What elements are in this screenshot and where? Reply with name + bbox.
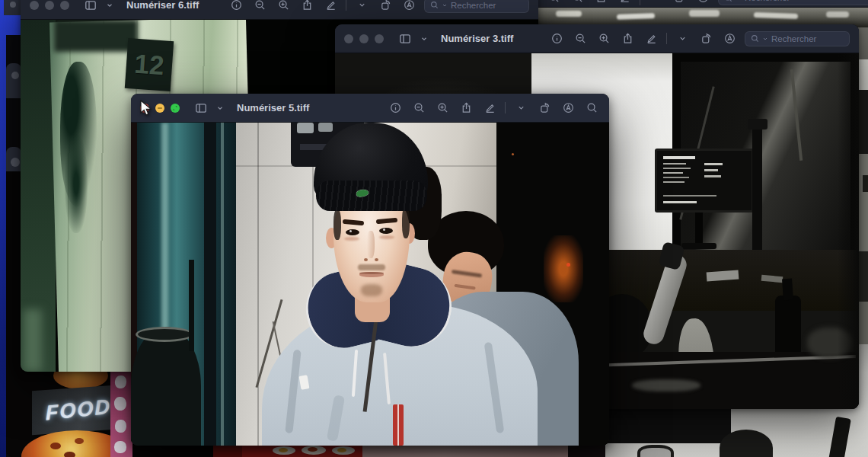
- search-field[interactable]: Rechercher: [718, 0, 868, 5]
- share-icon[interactable]: [592, 0, 609, 5]
- zoom-in-icon[interactable]: [275, 0, 292, 14]
- photo-cup-silhouette: [637, 445, 674, 457]
- search-icon: [724, 0, 732, 2]
- window-title: Numériser 3.tiff: [441, 33, 513, 44]
- fullscreen-button[interactable]: [171, 104, 180, 113]
- chevron-down-icon[interactable]: [647, 0, 664, 5]
- sidebar-toggle-button[interactable]: [397, 30, 413, 47]
- photo-monitor: [655, 149, 754, 213]
- search-placeholder: Rechercher: [771, 34, 816, 43]
- window-title: Numériser 6.tiff: [126, 0, 199, 11]
- minimize-button[interactable]: [359, 34, 369, 43]
- photo-orange-light: [544, 235, 583, 302]
- minimize-button[interactable]: [155, 104, 164, 113]
- close-button[interactable]: [344, 34, 353, 43]
- search-placeholder: Rechercher: [745, 0, 790, 2]
- zoom-in-icon[interactable]: [569, 0, 586, 5]
- zoom-out-icon[interactable]: [545, 0, 562, 5]
- share-icon[interactable]: [298, 0, 315, 14]
- chevron-down-icon: [762, 36, 768, 42]
- traffic-lights: [30, 1, 69, 10]
- markup-pencil-icon[interactable]: [322, 0, 339, 14]
- sidebar-toggle-button[interactable]: [82, 0, 99, 14]
- fullscreen-button[interactable]: [60, 1, 69, 10]
- info-icon[interactable]: [228, 0, 244, 14]
- search-icon: [751, 34, 759, 43]
- markup-pencil-icon[interactable]: [616, 0, 633, 5]
- photo-zipper-pull: [393, 404, 404, 446]
- markup-tools-icon[interactable]: [694, 0, 711, 5]
- chevron-down-icon: [736, 0, 742, 1]
- food-sign-text: FOOD: [45, 395, 111, 425]
- zoom-in-icon[interactable]: [434, 100, 451, 117]
- markup-tools-icon[interactable]: [400, 0, 417, 14]
- search-field[interactable]: Rechercher: [424, 0, 529, 13]
- photo-pink-banner: [110, 369, 132, 457]
- photo-portrait: [131, 123, 609, 446]
- zoom-out-icon[interactable]: [410, 100, 427, 117]
- toolbar: Rechercher: [525, 0, 868, 8]
- rotate-icon[interactable]: [671, 0, 688, 5]
- search-icon: [430, 1, 439, 9]
- search-icon[interactable]: [583, 100, 600, 117]
- markup-pencil-icon[interactable]: [643, 30, 659, 47]
- chevron-down-icon[interactable]: [512, 100, 529, 117]
- markup-tools-icon[interactable]: [560, 100, 576, 117]
- chevron-down-icon[interactable]: [674, 30, 691, 47]
- zoom-out-icon[interactable]: [251, 0, 268, 14]
- zoom-in-icon[interactable]: [595, 30, 612, 47]
- photo-door-number-sign: 12: [125, 38, 174, 91]
- share-icon[interactable]: [619, 30, 636, 47]
- door-number-text: 12: [133, 49, 165, 81]
- chevron-down-icon[interactable]: [416, 30, 432, 47]
- photo-dark-object: [828, 417, 851, 457]
- traffic-lights: [344, 34, 384, 43]
- photo-dark-band: [605, 404, 731, 443]
- window-title: Numériser 5.tiff: [237, 102, 309, 113]
- minimize-button[interactable]: [45, 1, 54, 10]
- toolbar: Numériser 6.tiff Rechercher: [21, 0, 538, 20]
- chevron-down-icon: [442, 2, 448, 8]
- background-window-corner: [4, 0, 21, 15]
- close-button[interactable]: [30, 1, 39, 10]
- photo-dark-blob: [720, 430, 773, 457]
- window-numeriser-5[interactable]: Numériser 5.tiff: [131, 94, 609, 446]
- search-field[interactable]: Rechercher: [745, 31, 850, 46]
- cursor: [139, 100, 152, 117]
- markup-pencil-icon[interactable]: [481, 100, 498, 117]
- background-window-corner: [6, 63, 21, 98]
- share-icon[interactable]: [458, 100, 474, 117]
- chevron-down-icon[interactable]: [101, 0, 118, 14]
- search-placeholder: Rechercher: [451, 1, 496, 10]
- zoom-out-icon[interactable]: [572, 30, 589, 47]
- photo-beanie-brim: [316, 181, 427, 211]
- chevron-down-icon[interactable]: [353, 0, 370, 14]
- info-icon[interactable]: [548, 30, 565, 47]
- rotate-icon[interactable]: [536, 100, 553, 117]
- rotate-icon[interactable]: [377, 0, 394, 14]
- desktop: FOOD: [0, 0, 868, 457]
- sidebar-toggle-button[interactable]: [193, 100, 209, 117]
- info-icon[interactable]: [387, 100, 404, 117]
- toolbar: Numériser 5.tiff: [131, 94, 609, 123]
- markup-tools-icon[interactable]: [721, 30, 738, 47]
- toolbar: Numériser 3.tiff Rechercher: [335, 24, 859, 53]
- chevron-down-icon[interactable]: [212, 100, 228, 117]
- fullscreen-button[interactable]: [375, 34, 384, 43]
- rotate-icon[interactable]: [697, 30, 714, 47]
